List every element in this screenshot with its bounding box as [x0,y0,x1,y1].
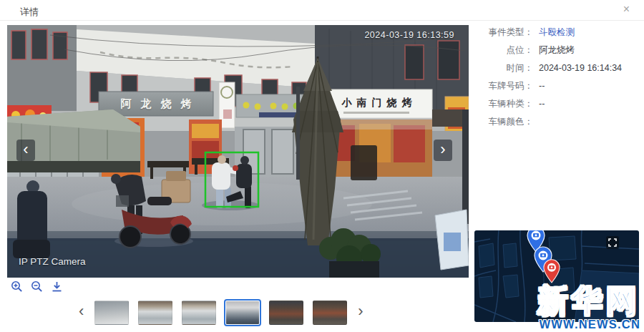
detail-label: 车辆颜色： [476,117,533,127]
thumbnail-5[interactable] [269,301,303,325]
detail-value: 2024-03-19 16:14:34 [539,63,622,74]
street-chair [351,145,377,180]
thumbnails-prev-button[interactable]: ‹ [77,303,85,322]
event-type-link[interactable]: 斗殴检测 [539,27,575,38]
detail-value: -- [539,81,545,92]
detail-row-event-type: 事件类型： 斗殴检测 [476,27,640,38]
zoom-out-icon [31,280,43,293]
detail-value: 阿龙烧烤 [539,45,575,56]
detail-row-location: 点位： 阿龙烧烤 [476,45,640,56]
location-mini-map[interactable] [474,230,639,322]
thumbnails-next-button[interactable]: › [356,303,364,322]
camera-snapshot-viewer: 阿龙烧烤 小南门烧烤 2024-03-19 16:13:59 IP PTZ Ca… [7,25,469,278]
street-scene-image [7,25,469,278]
sign-text-right: 小南门烧烤 [319,89,432,118]
detail-row-plate-number: 车牌号码： -- [476,81,640,92]
download-button[interactable] [50,280,63,293]
chevron-left-icon: ‹ [23,142,28,157]
chevron-right-icon: › [440,142,445,157]
thumbnail-strip: ‹ › [77,301,365,325]
detail-label: 时间： [476,63,533,74]
detail-value: -- [539,99,545,109]
standing-signboard [435,210,469,270]
detail-label: 点位： [476,45,533,56]
camera-timestamp: 2024-03-19 16:13:59 [364,30,454,40]
thumbnail-6[interactable] [313,301,347,325]
zoom-in-button[interactable] [10,280,23,293]
event-details-panel: 事件类型： 斗殴检测 点位： 阿龙烧烤 时间： 2024-03-19 16:14… [476,27,640,135]
sign-text-left: 阿龙烧烤 [99,92,213,116]
detail-row-vehicle-color: 车辆颜色： [476,117,640,127]
event-detail-dialog: 详情 × [0,0,644,332]
camera-name-label: IP PTZ Camera [19,256,86,267]
zoom-in-icon [11,280,23,293]
image-prev-button[interactable]: ‹ [16,140,35,161]
detail-label: 车牌号码： [476,81,533,92]
detail-row-time: 时间： 2024-03-19 16:14:34 [476,63,640,74]
dialog-title: 详情 [20,6,39,19]
close-icon[interactable]: × [623,4,630,15]
thumbnail-1[interactable] [94,301,129,325]
thumbnail-2[interactable] [138,301,172,325]
image-next-button[interactable]: › [434,140,452,161]
zoom-out-button[interactable] [30,280,43,293]
header-divider [0,20,644,21]
map-canvas [474,230,639,322]
download-icon [51,280,63,293]
detail-label: 事件类型： [476,27,533,38]
detail-label: 车辆种类： [476,99,533,109]
detail-row-vehicle-type: 车辆种类： -- [476,99,640,109]
thumbnail-3[interactable] [182,301,216,325]
map-fullscreen-button[interactable] [606,236,619,249]
image-toolbar [10,280,63,293]
thumbnail-4[interactable] [225,301,260,325]
